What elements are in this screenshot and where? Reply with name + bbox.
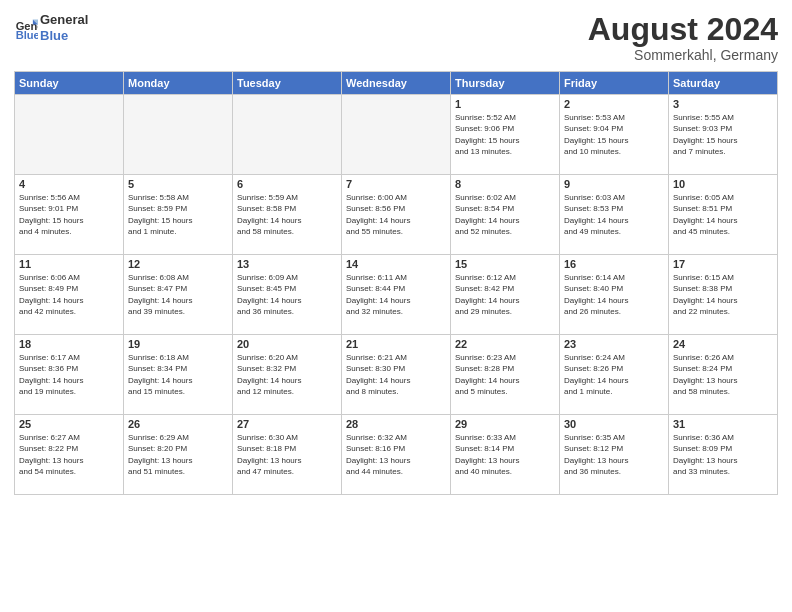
calendar-cell-0-0 [15, 95, 124, 175]
calendar-cell-1-4: 8Sunrise: 6:02 AM Sunset: 8:54 PM Daylig… [451, 175, 560, 255]
calendar-cell-4-1: 26Sunrise: 6:29 AM Sunset: 8:20 PM Dayli… [124, 415, 233, 495]
calendar-cell-4-4: 29Sunrise: 6:33 AM Sunset: 8:14 PM Dayli… [451, 415, 560, 495]
svg-text:Blue: Blue [16, 29, 38, 40]
day-number: 24 [673, 338, 773, 350]
day-number: 25 [19, 418, 119, 430]
location-subtitle: Sommerkahl, Germany [588, 47, 778, 63]
calendar-cell-3-3: 21Sunrise: 6:21 AM Sunset: 8:30 PM Dayli… [342, 335, 451, 415]
day-number: 28 [346, 418, 446, 430]
calendar-cell-3-6: 24Sunrise: 6:26 AM Sunset: 8:24 PM Dayli… [669, 335, 778, 415]
day-number: 23 [564, 338, 664, 350]
day-number: 16 [564, 258, 664, 270]
day-number: 31 [673, 418, 773, 430]
day-number: 1 [455, 98, 555, 110]
day-header-monday: Monday [124, 72, 233, 95]
day-info: Sunrise: 6:27 AM Sunset: 8:22 PM Dayligh… [19, 432, 119, 477]
calendar-cell-2-4: 15Sunrise: 6:12 AM Sunset: 8:42 PM Dayli… [451, 255, 560, 335]
calendar-cell-1-2: 6Sunrise: 5:59 AM Sunset: 8:58 PM Daylig… [233, 175, 342, 255]
calendar-cell-4-6: 31Sunrise: 6:36 AM Sunset: 8:09 PM Dayli… [669, 415, 778, 495]
calendar-cell-4-3: 28Sunrise: 6:32 AM Sunset: 8:16 PM Dayli… [342, 415, 451, 495]
calendar-cell-3-0: 18Sunrise: 6:17 AM Sunset: 8:36 PM Dayli… [15, 335, 124, 415]
day-info: Sunrise: 6:20 AM Sunset: 8:32 PM Dayligh… [237, 352, 337, 397]
day-number: 12 [128, 258, 228, 270]
day-number: 18 [19, 338, 119, 350]
day-number: 20 [237, 338, 337, 350]
calendar-cell-4-5: 30Sunrise: 6:35 AM Sunset: 8:12 PM Dayli… [560, 415, 669, 495]
day-info: Sunrise: 6:11 AM Sunset: 8:44 PM Dayligh… [346, 272, 446, 317]
logo-text-blue: Blue [40, 28, 88, 44]
calendar-cell-4-2: 27Sunrise: 6:30 AM Sunset: 8:18 PM Dayli… [233, 415, 342, 495]
day-number: 17 [673, 258, 773, 270]
calendar-week-2: 11Sunrise: 6:06 AM Sunset: 8:49 PM Dayli… [15, 255, 778, 335]
day-info: Sunrise: 6:24 AM Sunset: 8:26 PM Dayligh… [564, 352, 664, 397]
calendar-cell-0-4: 1Sunrise: 5:52 AM Sunset: 9:06 PM Daylig… [451, 95, 560, 175]
calendar-week-3: 18Sunrise: 6:17 AM Sunset: 8:36 PM Dayli… [15, 335, 778, 415]
header: General Blue General Blue August 2024 So… [14, 12, 778, 63]
day-info: Sunrise: 6:00 AM Sunset: 8:56 PM Dayligh… [346, 192, 446, 237]
calendar-cell-1-3: 7Sunrise: 6:00 AM Sunset: 8:56 PM Daylig… [342, 175, 451, 255]
calendar-week-4: 25Sunrise: 6:27 AM Sunset: 8:22 PM Dayli… [15, 415, 778, 495]
day-header-friday: Friday [560, 72, 669, 95]
day-number: 15 [455, 258, 555, 270]
calendar-cell-3-5: 23Sunrise: 6:24 AM Sunset: 8:26 PM Dayli… [560, 335, 669, 415]
day-number: 7 [346, 178, 446, 190]
calendar-cell-1-0: 4Sunrise: 5:56 AM Sunset: 9:01 PM Daylig… [15, 175, 124, 255]
day-number: 29 [455, 418, 555, 430]
calendar-cell-0-6: 3Sunrise: 5:55 AM Sunset: 9:03 PM Daylig… [669, 95, 778, 175]
logo: General Blue General Blue [14, 12, 88, 43]
calendar-cell-3-2: 20Sunrise: 6:20 AM Sunset: 8:32 PM Dayli… [233, 335, 342, 415]
calendar-cell-0-2 [233, 95, 342, 175]
day-info: Sunrise: 6:03 AM Sunset: 8:53 PM Dayligh… [564, 192, 664, 237]
calendar-cell-0-5: 2Sunrise: 5:53 AM Sunset: 9:04 PM Daylig… [560, 95, 669, 175]
calendar-week-1: 4Sunrise: 5:56 AM Sunset: 9:01 PM Daylig… [15, 175, 778, 255]
day-info: Sunrise: 6:30 AM Sunset: 8:18 PM Dayligh… [237, 432, 337, 477]
day-number: 3 [673, 98, 773, 110]
day-info: Sunrise: 5:53 AM Sunset: 9:04 PM Dayligh… [564, 112, 664, 157]
day-number: 14 [346, 258, 446, 270]
calendar-header-row: SundayMondayTuesdayWednesdayThursdayFrid… [15, 72, 778, 95]
day-info: Sunrise: 6:33 AM Sunset: 8:14 PM Dayligh… [455, 432, 555, 477]
day-info: Sunrise: 5:59 AM Sunset: 8:58 PM Dayligh… [237, 192, 337, 237]
day-number: 2 [564, 98, 664, 110]
day-number: 4 [19, 178, 119, 190]
day-number: 21 [346, 338, 446, 350]
day-info: Sunrise: 5:58 AM Sunset: 8:59 PM Dayligh… [128, 192, 228, 237]
day-info: Sunrise: 5:52 AM Sunset: 9:06 PM Dayligh… [455, 112, 555, 157]
day-info: Sunrise: 6:32 AM Sunset: 8:16 PM Dayligh… [346, 432, 446, 477]
day-info: Sunrise: 6:14 AM Sunset: 8:40 PM Dayligh… [564, 272, 664, 317]
day-info: Sunrise: 6:02 AM Sunset: 8:54 PM Dayligh… [455, 192, 555, 237]
calendar-cell-2-5: 16Sunrise: 6:14 AM Sunset: 8:40 PM Dayli… [560, 255, 669, 335]
day-number: 9 [564, 178, 664, 190]
calendar-cell-1-5: 9Sunrise: 6:03 AM Sunset: 8:53 PM Daylig… [560, 175, 669, 255]
day-info: Sunrise: 5:56 AM Sunset: 9:01 PM Dayligh… [19, 192, 119, 237]
calendar-cell-2-6: 17Sunrise: 6:15 AM Sunset: 8:38 PM Dayli… [669, 255, 778, 335]
day-info: Sunrise: 6:35 AM Sunset: 8:12 PM Dayligh… [564, 432, 664, 477]
day-info: Sunrise: 6:17 AM Sunset: 8:36 PM Dayligh… [19, 352, 119, 397]
day-info: Sunrise: 6:26 AM Sunset: 8:24 PM Dayligh… [673, 352, 773, 397]
calendar-cell-2-3: 14Sunrise: 6:11 AM Sunset: 8:44 PM Dayli… [342, 255, 451, 335]
day-header-thursday: Thursday [451, 72, 560, 95]
calendar-table: SundayMondayTuesdayWednesdayThursdayFrid… [14, 71, 778, 495]
calendar-cell-0-3 [342, 95, 451, 175]
day-header-tuesday: Tuesday [233, 72, 342, 95]
day-number: 6 [237, 178, 337, 190]
calendar-cell-0-1 [124, 95, 233, 175]
page-container: General Blue General Blue August 2024 So… [0, 0, 792, 503]
logo-icon: General Blue [14, 16, 38, 40]
day-info: Sunrise: 6:09 AM Sunset: 8:45 PM Dayligh… [237, 272, 337, 317]
day-number: 22 [455, 338, 555, 350]
day-info: Sunrise: 6:06 AM Sunset: 8:49 PM Dayligh… [19, 272, 119, 317]
calendar-cell-1-1: 5Sunrise: 5:58 AM Sunset: 8:59 PM Daylig… [124, 175, 233, 255]
title-block: August 2024 Sommerkahl, Germany [588, 12, 778, 63]
day-number: 13 [237, 258, 337, 270]
day-info: Sunrise: 6:08 AM Sunset: 8:47 PM Dayligh… [128, 272, 228, 317]
day-info: Sunrise: 6:05 AM Sunset: 8:51 PM Dayligh… [673, 192, 773, 237]
month-title: August 2024 [588, 12, 778, 47]
calendar-cell-3-1: 19Sunrise: 6:18 AM Sunset: 8:34 PM Dayli… [124, 335, 233, 415]
calendar-cell-2-0: 11Sunrise: 6:06 AM Sunset: 8:49 PM Dayli… [15, 255, 124, 335]
day-info: Sunrise: 6:15 AM Sunset: 8:38 PM Dayligh… [673, 272, 773, 317]
day-info: Sunrise: 6:21 AM Sunset: 8:30 PM Dayligh… [346, 352, 446, 397]
day-header-saturday: Saturday [669, 72, 778, 95]
logo-text-general: General [40, 12, 88, 28]
day-info: Sunrise: 6:29 AM Sunset: 8:20 PM Dayligh… [128, 432, 228, 477]
